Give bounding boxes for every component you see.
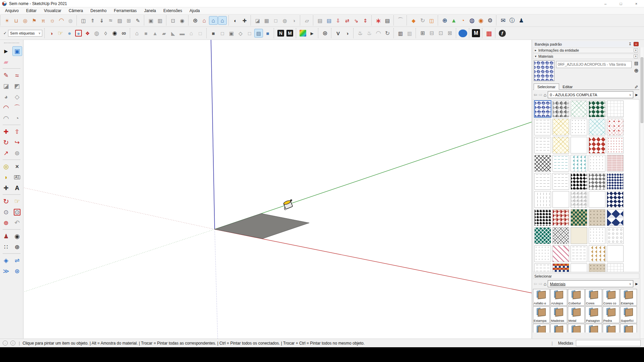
material-swatch-dash[interactable] [552,173,569,190]
sync-refresh-button[interactable]: ↻ [418,16,427,25]
texture-down-button[interactable]: ⇩ [334,16,342,25]
material-swatch-dots-pink[interactable] [607,137,624,154]
cursor-arrow-button[interactable]: ► [308,29,316,38]
teapot-interactive-button[interactable]: ♨ [365,29,374,38]
palette-drag-handle[interactable] [4,43,19,44]
material-folder[interactable] [550,324,567,333]
shape-box-2-button[interactable]: ▰ [160,29,168,38]
material-swatch-tri-red[interactable] [589,137,605,154]
dome-light-button[interactable]: ◠ [374,29,383,38]
shape-house-button[interactable]: ⌂ [132,29,141,38]
line-tool-button[interactable]: ✎ [1,70,11,80]
material-swatch-dots[interactable] [589,227,605,244]
terrain-tool-button[interactable]: ▲ [449,16,458,25]
material-swatch-motif-red[interactable] [607,119,624,135]
extension-flip-tool-button[interactable]: ⇌ [12,255,22,265]
material-folder-cores[interactable]: Cores [585,289,602,306]
drawn-face[interactable] [215,214,309,239]
follow-me-tool-button[interactable]: ↪ [12,137,22,147]
create-material-icon[interactable]: ⊕ [634,68,638,73]
browser-collection-dropdown[interactable]: Materiais ∨ [548,280,633,287]
three-point-arc-tool-button[interactable]: ◠ [1,113,11,123]
protractor-tool-button[interactable]: ◗ [1,172,11,182]
material-swatch-tri-navy[interactable] [607,191,624,208]
box-import-down-button[interactable]: ⇓ [97,16,106,25]
material-swatch-dash-v[interactable] [534,191,551,208]
material-folder-azulejos[interactable]: Azulejos [550,289,567,306]
sphere-cage-button[interactable]: ◍ [66,16,75,25]
extension-cube-tool-button[interactable]: ◈ [1,255,11,265]
tags-dropdown[interactable]: Sem etiquetas ∨ [8,30,42,37]
extension-gear-tool-button[interactable]: ⊛ [12,266,22,276]
menu-desenho[interactable]: Desenho [87,8,110,14]
forward-arrow-icon[interactable]: ⇨ [539,93,542,97]
material-swatch-dash[interactable] [571,245,587,262]
email-tool-button[interactable]: ✉ [499,16,507,25]
menu-camera[interactable]: Câmera [65,8,87,14]
solid-cube-light-button[interactable]: □ [218,29,227,38]
shadow-sphere-button[interactable]: ◐ [231,16,240,25]
freehand-tool-button[interactable]: ≈ [12,70,22,80]
material-swatch-dash[interactable] [534,119,551,135]
materials-section-header[interactable]: ▼ Materiais × [533,54,639,59]
vray-logo-button[interactable]: V [334,29,342,38]
camera-export-button[interactable]: ◫ [79,16,88,25]
material-swatch-check-green[interactable] [571,209,587,226]
home-icon[interactable]: ⌂ [544,93,546,97]
help-icon[interactable]: i [10,341,15,346]
style-monochrome-button[interactable]: ◑ [289,16,298,25]
three-d-text-tool-button[interactable]: A [12,183,22,193]
material-swatch-diag-navy[interactable] [607,209,624,226]
material-swatch-dash[interactable] [534,137,551,154]
sphere-arrows-button[interactable]: ❖ [83,29,92,38]
material-swatch-stripe-pink[interactable] [552,245,569,262]
axes-tool-button[interactable]: ✚ [1,183,11,193]
render-machine-button[interactable]: ▥ [396,29,405,38]
drop-tool-button[interactable]: ◉ [477,16,485,25]
material-swatch-plain[interactable] [589,191,605,208]
letter-m-tool-button[interactable]: M [285,29,294,38]
forward-arrow-icon[interactable]: ⇨ [539,282,542,286]
material-folder-coresco[interactable]: Cores co [603,289,620,306]
shape-prism-button[interactable]: ◣ [169,29,177,38]
side-view-house-button[interactable]: ⌂ [218,16,227,25]
back-arrow-icon[interactable]: ⇦ [534,93,537,97]
texture-swap-button[interactable]: ⇄ [343,16,352,25]
tab-editar[interactable]: Editar [559,84,576,89]
scatter-red-button[interactable]: ∗ [374,16,383,25]
pivot-tool-button[interactable]: ✚ [240,16,249,25]
shape-house-outline-button[interactable]: ⌂ [187,29,196,38]
material-swatch-pyr[interactable] [552,101,569,117]
plumb-bob-button[interactable]: ◊ [101,29,110,38]
rotate-tool-button[interactable]: ↻ [1,137,11,147]
solid-cube-blue-button[interactable]: ■ [263,29,272,38]
add-location-button[interactable]: ⊕ [440,16,449,25]
close-button[interactable]: × [629,0,644,7]
layout-document-button[interactable]: ☀ [3,16,11,25]
material-swatch-azulejo[interactable] [534,101,551,117]
texture-page-button[interactable]: ▤ [316,16,324,25]
teapot-render-button[interactable]: ♨ [356,29,365,38]
geolocation-icon[interactable]: ◦ [3,341,8,346]
text-tool-button[interactable]: A1 [12,172,22,182]
sphere-swirl-button[interactable]: ◍ [92,29,101,38]
shape-box-button[interactable]: ■ [142,29,150,38]
maximize-button[interactable]: □ [613,0,629,7]
material-swatch-lat-yellow[interactable] [552,137,569,154]
material-swatch-plain[interactable] [607,245,624,262]
menu-arquivo[interactable]: Arquivo [1,8,22,14]
entity-info-close-button[interactable]: × [634,48,638,52]
material-folder[interactable] [620,324,637,333]
pan-tool-button[interactable]: ☞ [12,196,22,206]
texture-page-blue-button[interactable]: ▤ [325,16,333,25]
account-person-button[interactable]: ♟ [517,16,526,25]
material-swatch-dots[interactable] [571,119,587,135]
collection-dropdown[interactable]: 0 - AZULEJOS COMPLETA ∨ [548,91,633,98]
material-swatch-tri-navy-sm[interactable] [607,173,624,190]
m-black-large-button[interactable]: M [472,29,480,38]
curves-tool-button[interactable]: ≈ [106,16,115,25]
copy-array-button[interactable]: ▣ [147,16,155,25]
vray-palette-button[interactable]: ◑ [343,29,352,38]
walkthrough-eye-button[interactable]: ◉ [178,16,186,25]
display-secondary-pane-icon[interactable]: ▤ [634,61,638,65]
